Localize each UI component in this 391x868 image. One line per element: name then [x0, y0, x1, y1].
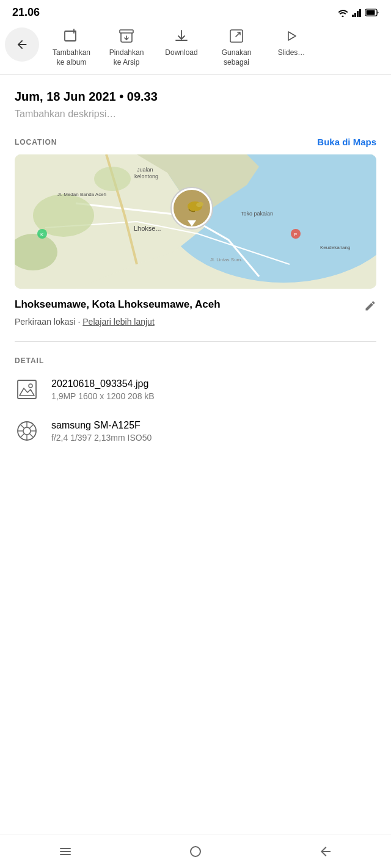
slideshow-button[interactable]: Slides… — [264, 27, 319, 58]
edit-location-button[interactable] — [364, 300, 376, 312]
photo-description[interactable]: Tambahkan deskripsi… — [15, 109, 376, 120]
move-to-archive-icon — [118, 27, 135, 45]
download-button[interactable]: Download — [154, 27, 209, 58]
svg-line-42 — [21, 425, 24, 429]
wifi-icon — [337, 9, 348, 17]
use-as-icon — [228, 27, 245, 45]
nav-home-button[interactable] — [177, 839, 214, 864]
svg-line-45 — [21, 433, 24, 437]
file-info: 20210618_093354.jpg 1,9MP 1600 x 1200 20… — [51, 378, 155, 401]
file-name: 20210618_093354.jpg — [51, 378, 155, 389]
file-meta: 1,9MP 1600 x 1200 208 kB — [51, 391, 155, 401]
status-time: 21.06 — [12, 6, 40, 19]
svg-rect-5 — [367, 10, 375, 15]
nav-back-button[interactable] — [307, 839, 344, 864]
svg-text:Toko pakaian: Toko pakaian — [241, 211, 273, 217]
svg-rect-47 — [60, 851, 71, 852]
add-to-album-icon — [63, 27, 80, 45]
svg-rect-48 — [60, 854, 71, 855]
svg-rect-1 — [354, 13, 356, 17]
move-to-archive-button[interactable]: Pindahkanke Arsip — [99, 27, 154, 67]
camera-name: samsung SM-A125F — [51, 420, 152, 431]
svg-marker-11 — [288, 32, 296, 40]
use-as-label: Gunakansebagai — [222, 48, 252, 67]
svg-rect-46 — [60, 848, 71, 849]
nav-menu-button[interactable] — [47, 839, 84, 864]
svg-text:Keudekariang: Keudekariang — [320, 245, 350, 250]
location-label: LOCATION — [15, 138, 57, 146]
add-to-album-label: Tambahkanke album — [53, 48, 90, 67]
svg-line-43 — [29, 433, 33, 437]
svg-rect-9 — [120, 30, 133, 33]
svg-text:Jualan: Jualan — [137, 167, 153, 173]
move-to-archive-label: Pindahkanke Arsip — [109, 48, 144, 67]
open-maps-link[interactable]: Buka di Maps — [317, 137, 376, 147]
map-container[interactable]: Lhokse... K P Jualan kelontong Jl. Medan… — [15, 154, 376, 289]
slideshow-icon — [283, 27, 300, 45]
status-bar: 21.06 — [0, 0, 391, 23]
svg-text:K: K — [40, 232, 44, 237]
svg-text:Jl. Medan Banda Aceh: Jl. Medan Banda Aceh — [57, 192, 106, 197]
location-name-row: Lhokseumawe, Kota Lhokseumawe, Aceh — [15, 298, 376, 313]
download-icon — [173, 27, 190, 45]
divider — [15, 341, 376, 342]
main-content: Jum, 18 Jun 2021 • 09.33 Tambahkan deskr… — [0, 75, 391, 443]
svg-rect-2 — [357, 11, 359, 17]
camera-detail-item: samsung SM-A125F f/2,4 1/397 2,13mm ISO5… — [15, 419, 376, 443]
svg-point-35 — [29, 384, 32, 388]
camera-icon — [15, 419, 39, 443]
bottom-nav — [0, 834, 391, 868]
download-label: Download — [165, 48, 197, 58]
location-sub: Perkiraan lokasi · Pelajari lebih lanjut — [15, 317, 376, 327]
status-icons — [337, 9, 379, 17]
back-arrow-icon — [15, 38, 29, 51]
back-button[interactable] — [5, 27, 39, 62]
svg-rect-49 — [191, 847, 200, 856]
file-detail-item: 20210618_093354.jpg 1,9MP 1600 x 1200 20… — [15, 377, 376, 402]
photo-date: Jum, 18 Jun 2021 • 09.33 — [15, 90, 376, 104]
svg-rect-3 — [359, 9, 361, 17]
battery-icon — [365, 9, 379, 16]
toolbar: Tambahkanke album Pindahkanke Arsip Down… — [0, 23, 391, 75]
detail-section-label: DETAIL — [15, 356, 376, 365]
add-to-album-button[interactable]: Tambahkanke album — [44, 27, 99, 67]
signal-icon — [352, 9, 362, 17]
file-icon — [15, 377, 39, 402]
svg-text:Jl. Lintas Sum...: Jl. Lintas Sum... — [210, 257, 245, 262]
location-name: Lhokseumawe, Kota Lhokseumawe, Aceh — [15, 298, 221, 311]
location-section-header: LOCATION Buka di Maps — [15, 137, 376, 147]
svg-rect-0 — [352, 15, 354, 17]
svg-text:kelontong: kelontong — [134, 173, 158, 179]
camera-info: samsung SM-A125F f/2,4 1/397 2,13mm ISO5… — [51, 420, 152, 443]
svg-text:P: P — [294, 232, 297, 237]
camera-meta: f/2,4 1/397 2,13mm ISO50 — [51, 433, 152, 443]
map-image: Lhokse... K P Jualan kelontong Jl. Medan… — [15, 154, 376, 289]
svg-point-17 — [94, 167, 131, 191]
slideshow-label: Slides… — [278, 48, 305, 58]
svg-text:Lhokse...: Lhokse... — [134, 225, 161, 232]
use-as-button[interactable]: Gunakansebagai — [209, 27, 264, 67]
learn-more-link[interactable]: Pelajari lebih lanjut — [82, 317, 155, 327]
svg-line-44 — [29, 425, 33, 429]
